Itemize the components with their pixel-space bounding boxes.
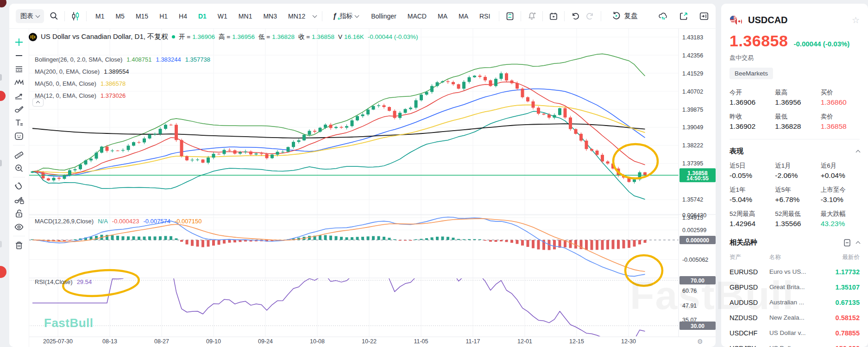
legend-macd[interactable]: MACD(12,26,9,Close) N/A -0.000423 -0.007… <box>35 218 202 225</box>
timeframe-w1[interactable]: W1 <box>214 10 231 22</box>
layout-panels-icon[interactable] <box>505 11 515 21</box>
fastbull-logo: FastBull <box>44 316 94 330</box>
sidebar-symbol: USDCAD <box>748 15 788 25</box>
bollinger-lower-value: 1.357738 <box>185 56 210 63</box>
stat-label: 昨收 <box>730 113 775 121</box>
stat-label: 最低 <box>775 113 820 121</box>
price: 0.78855 <box>824 329 860 337</box>
related-row-usdchf[interactable]: USDCHF US Dollar v... 0.78855 <box>730 325 860 341</box>
replay-button[interactable]: 复盘 <box>607 8 642 24</box>
indicator-shortcut-rsi[interactable]: RSI <box>476 10 493 22</box>
text-tool-icon[interactable] <box>12 116 26 129</box>
indicator-shortcut-bollinger[interactable]: Bollinger <box>368 10 399 22</box>
timeframe-m15[interactable]: M15 <box>132 10 151 22</box>
arrow-tool-icon[interactable] <box>12 89 26 102</box>
collapse-chevron-icon[interactable] <box>856 241 861 246</box>
divider <box>86 11 87 21</box>
timeframe-h1[interactable]: H1 <box>156 10 171 22</box>
svg-text:60.76: 60.76 <box>682 288 697 294</box>
redo-icon[interactable] <box>585 11 595 21</box>
timeframe-m5[interactable]: M5 <box>112 10 127 22</box>
timeframe-d1-active[interactable]: D1 <box>195 10 210 22</box>
live-dot-icon <box>172 35 175 38</box>
name: New Zeala... <box>769 314 824 321</box>
timeframe-h4[interactable]: H4 <box>176 10 190 22</box>
related-row-eurusd[interactable]: EURUSD Euro vs US... 1.17732 <box>730 264 860 279</box>
list-panel-icon[interactable] <box>843 239 851 247</box>
trendline-tool-icon[interactable] <box>12 49 26 62</box>
high-label: 高 = <box>219 33 230 41</box>
magnet-tool-icon[interactable] <box>12 180 26 193</box>
broker-badge[interactable]: BeeMarkets <box>730 68 773 79</box>
timeframe-mn12[interactable]: MN12 <box>285 10 308 22</box>
symbol: EURUSD <box>730 268 769 276</box>
volume-value: 16.16K <box>344 33 364 40</box>
timeframe-mn3[interactable]: MN3 <box>260 10 280 22</box>
divider <box>601 11 601 21</box>
brush-tool-icon[interactable] <box>12 102 26 116</box>
exit-fullscreen-icon[interactable] <box>699 11 709 21</box>
chart-title[interactable]: US Dollar vs Canadian Dollar, D1, 不复权 <box>41 32 168 41</box>
chart-type-menu[interactable]: 图表 <box>16 9 44 23</box>
indicator-shortcut-ma2[interactable]: MA <box>455 10 472 22</box>
perf-value: -5.04% <box>730 196 775 204</box>
legend-collapse-button[interactable] <box>32 98 44 107</box>
perf-label: 近5年 <box>775 186 820 194</box>
price: 0.58152 <box>824 314 860 322</box>
legend-ma12[interactable]: MA(12, 0, EMA, Close) 1.373026 <box>35 92 126 99</box>
delete-drawings-trash-icon[interactable] <box>12 239 26 252</box>
legend-ma200[interactable]: MA(200, 0, EMA, Close) 1.389554 <box>35 68 129 75</box>
perf-value: +6.78% <box>775 196 820 204</box>
search-icon[interactable] <box>49 11 59 21</box>
legend-ma50[interactable]: MA(50, 0, EMA, Close) 1.386578 <box>35 80 126 87</box>
hide-drawings-eye-icon[interactable] <box>12 220 26 233</box>
performance-section-title: 表现 <box>730 147 743 156</box>
perf-label: 上市至今 <box>821 186 860 194</box>
name: Australian ... <box>769 299 824 306</box>
macd-na-value: N/A <box>98 218 108 225</box>
legend-rsi[interactable]: RSI(14,Close) 29.54 <box>35 278 92 285</box>
timeframes-chevron-icon[interactable] <box>313 13 317 18</box>
unlock-tool-icon[interactable] <box>12 207 26 220</box>
pattern-tool-icon[interactable] <box>12 76 26 89</box>
stat-value: 1.36906 <box>730 98 775 107</box>
svg-text:12-01: 12-01 <box>517 338 532 345</box>
timeframe-m1[interactable]: M1 <box>92 10 107 22</box>
indicators-menu[interactable]: ƒ+ 指标 <box>328 9 363 23</box>
related-row-usdjpy[interactable]: USDJPY US Dollar v... 156.039 <box>730 341 860 347</box>
external-link-icon[interactable] <box>679 11 689 21</box>
indicator-shortcut-ma[interactable]: MA <box>434 10 451 22</box>
perf-value: 1.42964 <box>730 220 775 228</box>
chart-settings-gear-icon[interactable]: ⚙ <box>697 338 703 345</box>
svg-text:12-15: 12-15 <box>569 338 584 345</box>
collapse-chevron-icon[interactable] <box>856 150 861 154</box>
volume-label: V <box>338 33 342 40</box>
ruler-tool-icon[interactable] <box>12 148 26 161</box>
cloud-sync-icon[interactable] <box>658 11 668 21</box>
calendar-icon[interactable] <box>548 11 559 21</box>
favorite-star-icon[interactable]: ☆ <box>852 15 860 25</box>
alert-bell-icon[interactable] <box>527 11 537 21</box>
bid-price: 1.36860 <box>821 98 860 107</box>
fib-lines-tool-icon[interactable] <box>12 62 26 76</box>
zoom-in-tool-icon[interactable] <box>12 161 26 175</box>
related-row-gbpusd[interactable]: GBPUSD Great Brita... 1.35107 <box>730 279 860 295</box>
related-row-audusd[interactable]: AUDUSD Australian ... 0.67135 <box>730 295 860 310</box>
svg-text:0.002599: 0.002599 <box>682 227 706 233</box>
sticker-tool-icon[interactable] <box>12 129 26 143</box>
indicator-shortcut-macd[interactable]: MACD <box>404 10 430 22</box>
legend-bollinger[interactable]: Bollinger(26, 0, 2.0, SMA, Close) 1.4087… <box>35 56 210 63</box>
svg-text:08-13: 08-13 <box>102 338 117 345</box>
divider <box>13 177 25 177</box>
replay-icon <box>611 11 621 21</box>
crosshair-tool-icon[interactable] <box>12 35 26 49</box>
timeframe-mn1[interactable]: MN1 <box>235 10 256 22</box>
lock-drawings-brush-icon[interactable] <box>12 193 26 207</box>
svg-text:1.37395: 1.37395 <box>682 160 703 167</box>
compare-symbol-icon[interactable] <box>70 11 81 21</box>
related-row-nzdusd[interactable]: NZDUSD New Zeala... 0.58152 <box>730 310 860 325</box>
drawing-tools-sidebar <box>9 29 29 347</box>
macd-label: MACD(12,26,9,Close) <box>35 218 94 225</box>
svg-text:1.35742: 1.35742 <box>682 196 703 203</box>
undo-icon[interactable] <box>570 11 580 21</box>
